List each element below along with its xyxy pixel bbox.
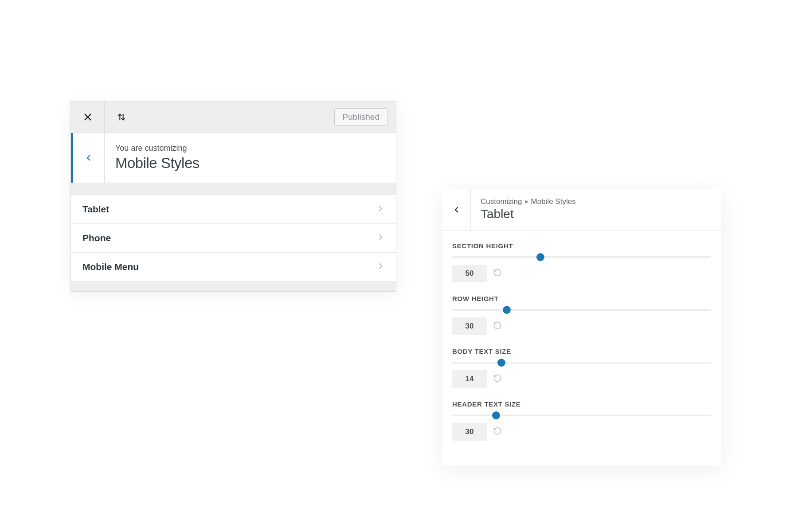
- menu-item-label: Phone: [82, 233, 111, 243]
- breadcrumb-root: Customizing: [481, 197, 522, 206]
- field-label: ROW HEIGHT: [452, 295, 711, 302]
- breadcrumb-kicker: You are customizing: [115, 144, 385, 153]
- slider-track: [452, 362, 711, 364]
- chevron-right-icon: [376, 204, 384, 214]
- panel-footer: [71, 282, 396, 291]
- reset-button[interactable]: [493, 268, 502, 279]
- breadcrumb-separator-icon: ▶: [525, 199, 528, 204]
- slider-track: [452, 309, 711, 311]
- chevron-left-icon: [453, 206, 461, 214]
- breadcrumb: You are customizing Mobile Styles: [71, 133, 396, 183]
- value-input[interactable]: 30: [452, 423, 487, 441]
- breadcrumb: Customizing ▶ Mobile Styles: [481, 197, 711, 206]
- close-button[interactable]: [71, 102, 105, 133]
- slider-body-text-size[interactable]: [452, 359, 711, 367]
- slider-track: [452, 415, 711, 416]
- field-section-height: SECTION HEIGHT 50: [452, 242, 711, 282]
- chevron-left-icon: [85, 154, 93, 162]
- value-input[interactable]: 14: [452, 370, 487, 388]
- publish-status-button[interactable]: Published: [334, 108, 388, 126]
- menu-item-tablet[interactable]: Tablet: [71, 195, 396, 224]
- panel-header-text: Customizing ▶ Mobile Styles Tablet: [471, 189, 721, 230]
- chevron-right-icon: [376, 233, 384, 243]
- sort-icon: [117, 112, 126, 122]
- slider-thumb[interactable]: [492, 411, 500, 419]
- reset-button[interactable]: [493, 321, 502, 332]
- slider-track: [452, 256, 711, 258]
- value-input[interactable]: 30: [452, 317, 487, 335]
- value-row: 30: [452, 317, 711, 335]
- reset-button[interactable]: [493, 374, 502, 384]
- customizer-toolbar: Published: [71, 102, 396, 133]
- menu-item-phone[interactable]: Phone: [71, 224, 396, 253]
- breadcrumb-text: You are customizing Mobile Styles: [105, 133, 396, 183]
- menu-item-mobile-menu[interactable]: Mobile Menu: [71, 253, 396, 282]
- slider-thumb[interactable]: [536, 253, 544, 261]
- value-row: 14: [452, 370, 711, 388]
- reset-button[interactable]: [493, 426, 502, 437]
- reorder-button[interactable]: [105, 102, 138, 133]
- chevron-right-icon: [376, 262, 384, 272]
- slider-thumb[interactable]: [497, 359, 505, 367]
- field-label: SECTION HEIGHT: [452, 242, 711, 250]
- undo-icon: [493, 374, 502, 383]
- customizer-panel-tablet: Customizing ▶ Mobile Styles Tablet SECTI…: [442, 189, 721, 466]
- slider-thumb[interactable]: [503, 306, 511, 314]
- field-header-text-size: HEADER TEXT SIZE 30: [452, 400, 711, 441]
- undo-icon: [493, 321, 502, 330]
- field-row-height: ROW HEIGHT 30: [452, 295, 711, 335]
- value-row: 50: [452, 265, 711, 282]
- panel-header: Customizing ▶ Mobile Styles Tablet: [442, 189, 721, 231]
- page-title: Mobile Styles: [115, 155, 385, 172]
- slider-section-height[interactable]: [452, 253, 711, 261]
- back-button[interactable]: [73, 133, 105, 183]
- slider-row-height[interactable]: [452, 306, 711, 314]
- undo-icon: [493, 426, 502, 435]
- close-icon: [83, 112, 93, 122]
- menu-item-label: Mobile Menu: [82, 262, 139, 272]
- field-label: BODY TEXT SIZE: [452, 348, 711, 355]
- divider: [71, 183, 396, 195]
- slider-header-text-size[interactable]: [452, 411, 711, 419]
- back-button[interactable]: [442, 189, 471, 230]
- panel-body: SECTION HEIGHT 50 ROW HEIGHT 30: [442, 231, 721, 441]
- undo-icon: [493, 268, 502, 277]
- page-title: Tablet: [481, 207, 711, 221]
- value-row: 30: [452, 423, 711, 441]
- breadcrumb-parent: Mobile Styles: [531, 197, 576, 206]
- menu-item-label: Tablet: [82, 204, 109, 215]
- field-body-text-size: BODY TEXT SIZE 14: [452, 348, 711, 388]
- field-label: HEADER TEXT SIZE: [452, 400, 711, 408]
- customizer-panel-mobile-styles: Published You are customizing Mobile Sty…: [70, 101, 396, 292]
- value-input[interactable]: 50: [452, 265, 487, 282]
- toolbar-spacer: [138, 102, 334, 133]
